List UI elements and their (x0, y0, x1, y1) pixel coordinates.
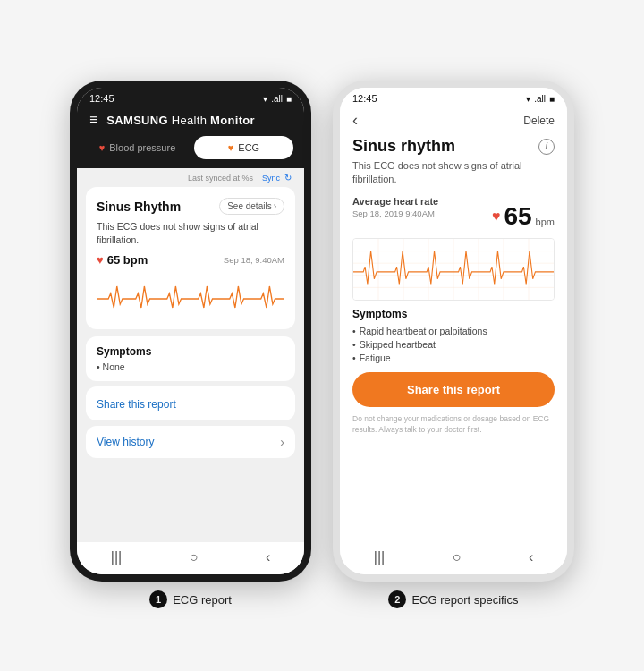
phone1-tab-bar: ♥ Blood pressure ♥ ECG (77, 136, 304, 168)
wifi-icon-p2: ▾ (526, 94, 530, 104)
recent-apps-icon[interactable]: ||| (111, 549, 122, 565)
view-history-link[interactable]: View history (97, 436, 154, 448)
card-description: This ECG does not show signs of atrial f… (97, 220, 284, 246)
phone1-time: 12:45 (89, 93, 114, 104)
phone1-status-bar: 12:45 ▾ .all ■ (77, 88, 304, 107)
heart-icon-p2: ♥ (492, 208, 501, 225)
chevron-right-icon: › (280, 435, 284, 449)
sync-bar: Last synced at %s Sync ↻ (77, 168, 304, 187)
heart-rate-section: Average heart rate Sep 18, 2019 9:40AM ♥… (352, 196, 555, 231)
p2-subtitle: This ECG does not show signs of atrial f… (352, 159, 555, 187)
phones-container: 12:45 ▾ .all ■ ≡ SAMSUNG Health Monitor (43, 63, 601, 608)
card-header: Sinus Rhythm See details › (97, 198, 284, 215)
chevron-right-icon: › (274, 201, 276, 211)
phone2: 12:45 ▾ .all ■ ‹ Delete Sinus r (333, 81, 574, 582)
label-text-2: ECG report specifics (411, 593, 518, 607)
symptoms-title: Symptoms (97, 345, 284, 358)
bpm-row: ♥ 65 bpm Sep 18, 9:40AM (97, 253, 284, 267)
hr-unit: bpm (536, 217, 555, 227)
label-badge-1: 1 (149, 590, 167, 608)
home-icon-p2[interactable]: ○ (453, 549, 462, 565)
p2-symptom-1: •Rapid heartbeat or palpitations (352, 325, 555, 338)
sync-text: Last synced at %s (188, 174, 258, 183)
p2-symptoms-title: Symptoms (352, 308, 555, 320)
phone1: 12:45 ▾ .all ■ ≡ SAMSUNG Health Monitor (70, 81, 311, 582)
bpm-value: ♥ 65 bpm (97, 253, 148, 267)
p2-symptom-3: •Fatigue (352, 352, 555, 365)
view-history-card[interactable]: View history › (86, 426, 295, 458)
svg-rect-0 (97, 274, 284, 315)
card-title: Sinus Rhythm (97, 200, 181, 214)
back-nav-icon-p2[interactable]: ‹ (529, 549, 533, 565)
sync-button[interactable]: Sync (262, 174, 280, 183)
share-report-link[interactable]: Share this report (97, 398, 176, 411)
symptoms-card: Symptoms • None (86, 336, 295, 381)
phone2-status-bar: 12:45 ▾ .all ■ (340, 88, 567, 107)
phone1-wrapper: 12:45 ▾ .all ■ ≡ SAMSUNG Health Monitor (70, 81, 311, 608)
disclaimer-text: Do not change your medications or dosage… (352, 414, 555, 436)
phone2-wrapper: 12:45 ▾ .all ■ ‹ Delete Sinus r (333, 81, 574, 608)
p2-ecg-chart (352, 238, 555, 301)
share-report-card[interactable]: Share this report (86, 386, 295, 420)
sinus-rhythm-card: Sinus Rhythm See details › This ECG does… (86, 187, 295, 329)
signal-icon: .all (271, 94, 283, 104)
recent-apps-icon-p2[interactable]: ||| (374, 549, 385, 565)
phone1-screen: 12:45 ▾ .all ■ ≡ SAMSUNG Health Monitor (77, 88, 304, 574)
phone2-time: 12:45 (352, 93, 377, 104)
menu-icon[interactable]: ≡ (89, 113, 97, 127)
wifi-icon: ▾ (263, 94, 267, 104)
info-icon[interactable]: i (538, 139, 555, 155)
p2-page-title: Sinus rhythm (352, 137, 455, 156)
hr-value: 65 (504, 202, 531, 231)
phone2-label: 2 ECG report specifics (333, 590, 574, 608)
phone2-nav-bar: ||| ○ ‹ (340, 542, 567, 574)
ecg-heart-icon: ♥ (228, 142, 234, 153)
sync-icon: ↻ (284, 173, 292, 183)
phone2-content: Sinus rhythm i This ECG does not show si… (340, 137, 567, 542)
back-button[interactable]: ‹ (352, 111, 358, 130)
phone2-top-nav: ‹ Delete (340, 107, 567, 137)
bp-heart-icon: ♥ (99, 142, 106, 153)
app-name-health: Health (172, 114, 207, 127)
delete-button[interactable]: Delete (523, 115, 555, 127)
tab-blood-pressure[interactable]: ♥ Blood pressure (88, 136, 187, 159)
share-report-button[interactable]: Share this report (352, 372, 555, 407)
tab-ecg[interactable]: ♥ ECG (194, 136, 293, 159)
phone1-nav-bar: ||| ○ ‹ (77, 542, 304, 574)
app-brand: SAMSUNG Health Monitor (106, 114, 255, 127)
p2-title-row: Sinus rhythm i (352, 137, 555, 156)
p2-symptoms-section: Symptoms •Rapid heartbeat or palpitation… (352, 308, 555, 365)
label-text-1: ECG report (173, 593, 232, 607)
signal-icon-p2: .all (534, 94, 546, 104)
battery-icon-p2: ■ (549, 94, 555, 104)
ecg-chart (97, 274, 284, 315)
p2-symptom-2: •Skipped heartbeat (352, 338, 555, 352)
label-badge-2: 2 (388, 590, 406, 608)
back-nav-icon[interactable]: ‹ (266, 549, 270, 565)
phone1-status-icons: ▾ .all ■ (263, 94, 292, 104)
phone1-label: 1 ECG report (70, 590, 311, 608)
phone1-content: Last synced at %s Sync ↻ Sinus Rhythm Se… (77, 168, 304, 542)
heart-icon: ♥ (97, 253, 104, 267)
see-details-button[interactable]: See details › (219, 198, 284, 215)
battery-icon: ■ (286, 94, 292, 104)
phone1-header: ≡ SAMSUNG Health Monitor (77, 107, 304, 136)
home-icon[interactable]: ○ (190, 549, 199, 565)
phone2-status-icons: ▾ .all ■ (526, 94, 555, 104)
phone2-screen: 12:45 ▾ .all ■ ‹ Delete Sinus r (340, 88, 567, 574)
ecg-date: Sep 18, 9:40AM (224, 255, 284, 265)
symptoms-item-none: • None (97, 361, 284, 372)
